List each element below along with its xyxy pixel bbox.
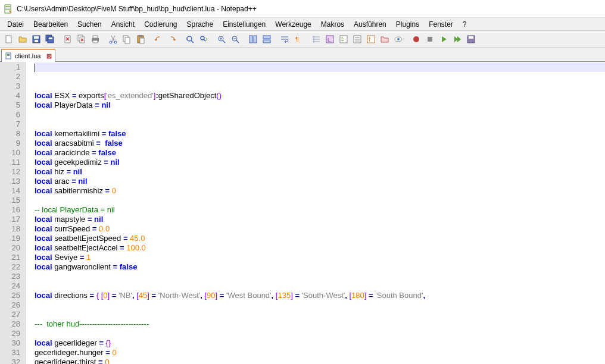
svg-rect-7 [34, 36, 39, 39]
doc-list-button[interactable] [351, 33, 364, 46]
copy-button[interactable] [120, 33, 133, 46]
save-all-button[interactable] [43, 33, 57, 46]
code-line[interactable] [35, 110, 605, 120]
macro-record-button[interactable] [410, 33, 423, 46]
menu-ansicht[interactable]: Ansicht [107, 19, 139, 30]
code-line[interactable]: gecerlideger.thirst = 0 [35, 357, 605, 364]
svg-rect-38 [341, 39, 344, 39]
zoom-out-button[interactable] [229, 33, 242, 46]
code-line[interactable]: gecerlideger.hunger = 0 [35, 348, 605, 357]
svg-rect-32 [263, 40, 270, 43]
code-line[interactable]: local gecerlideger = {} [35, 338, 605, 348]
monitoring-button[interactable] [392, 33, 405, 46]
code-line[interactable]: -- local PlayerData = nil [35, 205, 605, 215]
code-line[interactable] [35, 120, 605, 129]
svg-rect-48 [469, 36, 473, 39]
code-line[interactable]: local aracicinde = false [35, 148, 605, 158]
svg-rect-29 [250, 36, 252, 43]
tab-close-button[interactable]: ⊠ [45, 52, 52, 59]
code-line[interactable] [35, 196, 605, 205]
cut-button[interactable] [107, 33, 120, 46]
svg-rect-15 [93, 36, 98, 38]
code-line[interactable]: local PlayerData = nil [35, 101, 605, 110]
code-line[interactable] [35, 300, 605, 310]
macro-play-button[interactable] [437, 33, 450, 46]
svg-rect-50 [7, 54, 10, 55]
menu-werkzeuge[interactable]: Werkzeuge [270, 19, 316, 30]
doc-map-button[interactable] [337, 33, 350, 46]
code-line[interactable]: local currSpeed = 0.0 [35, 224, 605, 234]
menu-suchen[interactable]: Suchen [73, 19, 107, 30]
open-file-button[interactable] [16, 33, 29, 46]
code-line[interactable]: local hiz = nil [35, 167, 605, 177]
code-line[interactable]: local ESX = exports['es_extended']:getSh… [35, 91, 605, 101]
editor[interactable]: 1234567891011121314151617181920212223242… [0, 62, 605, 364]
file-tab[interactable]: client.lua ⊠ [1, 49, 55, 62]
macro-play-multi-button[interactable] [451, 33, 464, 46]
wordwrap-button[interactable] [278, 33, 291, 46]
menu-bar: DateiBearbeitenSuchenAnsichtCodierungSpr… [0, 18, 605, 31]
save-button[interactable] [30, 33, 43, 46]
find-button[interactable] [183, 33, 197, 46]
print-button[interactable] [89, 33, 102, 46]
function-list-button[interactable]: f [364, 33, 378, 46]
code-line[interactable]: local gangwaronclient = false [35, 262, 605, 272]
title-bar: C:\Users\Admin\Desktop\FiveM Stuff\bp_hu… [0, 0, 605, 18]
code-line[interactable]: local Seviye = 1 [35, 253, 605, 262]
redo-button[interactable] [166, 33, 179, 46]
macro-stop-button[interactable] [423, 33, 436, 46]
code-line[interactable] [35, 62, 605, 72]
menu-makros[interactable]: Makros [316, 19, 349, 30]
code-line[interactable]: local sabitlenmishiz = 0 [35, 186, 605, 196]
zoom-in-button[interactable] [215, 33, 228, 46]
code-line[interactable] [35, 81, 605, 91]
code-area[interactable]: local ESX = exports['es_extended']:getSh… [26, 62, 605, 364]
svg-point-44 [397, 38, 400, 40]
tab-label: client.lua [15, 52, 40, 59]
svg-rect-1 [5, 6, 10, 7]
indent-guide-button[interactable] [310, 33, 323, 46]
code-line[interactable] [35, 310, 605, 319]
sync-h-button[interactable] [260, 33, 273, 46]
menu-einstellungen[interactable]: Einstellungen [218, 19, 270, 30]
code-line[interactable]: local seatbeltEjectAccel = 100.0 [35, 243, 605, 253]
menu-bearbeiten[interactable]: Bearbeiten [29, 19, 73, 30]
code-line[interactable]: local kemertakilimi = false [35, 129, 605, 139]
code-line[interactable]: local mapstyle = nil [35, 215, 605, 224]
svg-rect-46 [428, 37, 432, 42]
close-button[interactable] [61, 33, 74, 46]
replace-button[interactable] [197, 33, 210, 46]
code-line[interactable]: local directions = { [0] = 'NB', [45] = … [35, 291, 605, 300]
code-line[interactable] [35, 72, 605, 81]
code-line[interactable] [35, 329, 605, 338]
svg-point-25 [187, 36, 192, 41]
close-all-button[interactable] [75, 33, 88, 46]
menu-?[interactable]: ? [458, 19, 472, 30]
show-all-chars-button[interactable]: ¶ [292, 33, 305, 46]
menu-ausführen[interactable]: Ausführen [349, 19, 391, 30]
folder-workspace-button[interactable] [378, 33, 391, 46]
code-line[interactable]: local aracsabitmi = false [35, 139, 605, 148]
menu-fenster[interactable]: Fenster [424, 19, 458, 30]
menu-codierung[interactable]: Codierung [139, 19, 182, 30]
macro-save-button[interactable] [464, 33, 478, 46]
code-line[interactable]: local gecekpedimiz = nil [35, 158, 605, 167]
code-line[interactable]: local arac = nil [35, 177, 605, 186]
code-line[interactable] [35, 281, 605, 291]
menu-sprache[interactable]: Sprache [182, 19, 219, 30]
new-file-button[interactable] [2, 33, 15, 46]
paste-button[interactable] [134, 33, 147, 46]
svg-text:f: f [369, 36, 370, 43]
svg-rect-21 [125, 37, 130, 43]
menu-plugins[interactable]: Plugins [391, 19, 424, 30]
tab-bar: client.lua ⊠ [0, 48, 605, 62]
user-lang-button[interactable]: L [323, 33, 336, 46]
sync-v-button[interactable] [247, 33, 260, 46]
code-line[interactable]: local seatbeltEjectSpeed = 45.0 [35, 234, 605, 243]
svg-point-45 [413, 36, 419, 42]
undo-button[interactable] [152, 33, 165, 46]
code-line[interactable] [35, 272, 605, 281]
menu-datei[interactable]: Datei [2, 19, 29, 30]
code-line[interactable]: --- toher hud--------------------------- [35, 319, 605, 329]
svg-rect-2 [5, 8, 10, 8]
